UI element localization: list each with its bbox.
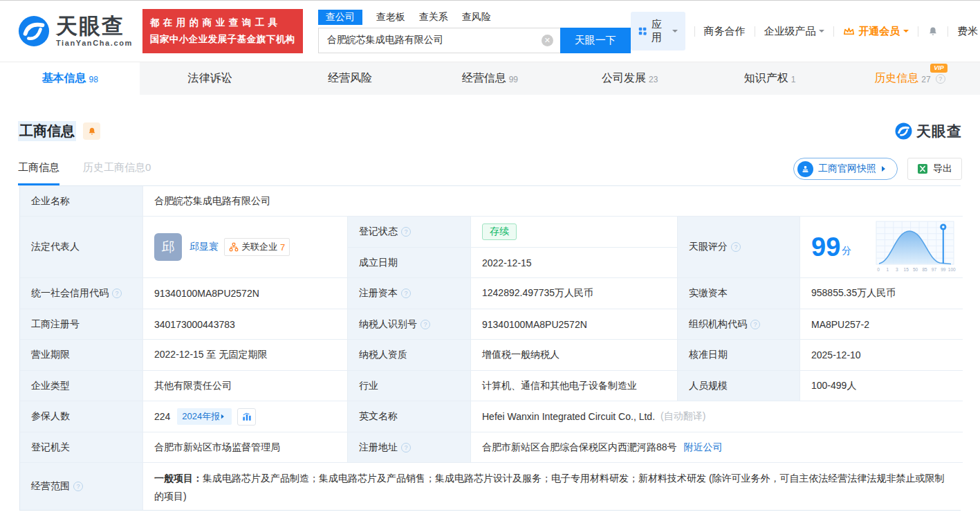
address-label: 注册地址 <box>359 441 398 454</box>
chevron-down-icon <box>903 30 909 35</box>
snapshot-label: 工商官网快照 <box>818 163 876 175</box>
annual-report-link[interactable]: 2024年报 <box>177 408 232 425</box>
help-icon[interactable]: ? <box>112 289 122 298</box>
tab-company-development[interactable]: 公司发展 23 <box>560 62 700 95</box>
notification-bell-icon[interactable] <box>927 25 939 38</box>
brand-slogan: 都在用的商业查询工具 国家中小企业发展子基金旗下机构 <box>142 9 303 53</box>
top-header: 天眼查 TianYanCha.com 都在用的商业查询工具 国家中小企业发展子基… <box>0 1 980 62</box>
tab-label: 历史信息 <box>874 71 918 86</box>
tab-label: 经营风险 <box>328 71 372 86</box>
tab-label: 经营信息 <box>462 71 506 86</box>
slogan-line1: 都在用的商业查询工具 <box>150 15 295 31</box>
section-title: 工商信息 <box>18 121 76 141</box>
registered-capital-value: 1242892.497735万人民币 <box>471 278 678 309</box>
english-name-value: Hefei Wanxin Integrated Circuit Co., Ltd… <box>482 411 655 422</box>
staff-size-value: 100-499人 <box>800 371 963 401</box>
org-code-label: 组织机构代码 <box>689 318 747 331</box>
search-input[interactable] <box>318 28 560 53</box>
excel-icon <box>917 163 928 174</box>
export-button[interactable]: 导出 <box>907 158 962 180</box>
search-tab-risk[interactable]: 查风险 <box>462 10 491 25</box>
row-label: 实缴资本 <box>678 278 800 309</box>
tab-label: 公司发展 <box>602 71 646 86</box>
tab-label: 法律诉讼 <box>188 71 232 86</box>
related-companies-badge[interactable]: 关联企业 7 <box>224 238 290 256</box>
address-value: 合肥市新站区合肥综合保税区内西淝河路88号 <box>482 441 677 454</box>
apps-menu[interactable]: 应用 <box>631 12 685 51</box>
row-label: 工商注册号 <box>20 309 143 340</box>
enterprise-products-menu[interactable]: 企业级产品 <box>764 25 824 38</box>
tianyancha-swirl-icon <box>18 15 50 47</box>
help-icon[interactable]: ? <box>750 320 760 329</box>
tab-label: 知识产权 <box>744 71 788 86</box>
avatar[interactable]: 邱 <box>154 233 182 261</box>
credit-code-value: 91340100MA8PU2572N <box>143 278 348 309</box>
row-label: 核准日期 <box>678 340 800 371</box>
arrow-right-icon <box>221 414 226 419</box>
taxpayer-id-label: 纳税人识别号 <box>359 318 417 331</box>
subscribe-bell-button[interactable] <box>83 122 100 140</box>
official-snapshot-button[interactable]: 工商官网快照 <box>793 158 898 180</box>
search-tab-relation[interactable]: 查关系 <box>419 10 448 25</box>
row-label: 注册资本 ? <box>348 278 471 309</box>
business-cooperation-link[interactable]: 商务合作 <box>704 25 746 38</box>
stamp-icon <box>797 161 813 177</box>
score-cell: 99 分 <box>800 217 963 278</box>
org-network-icon <box>229 242 239 252</box>
row-label: 经营范围 ? <box>20 463 143 510</box>
search-tab-boss[interactable]: 查老板 <box>376 10 405 25</box>
score-unit: 分 <box>842 245 851 260</box>
tab-count: 98 <box>89 75 98 84</box>
watermark-brand-text: 天眼查 <box>916 122 962 141</box>
svg-text:15: 15 <box>904 267 909 272</box>
insured-count: 224 <box>154 411 170 422</box>
company-name-value: 合肥皖芯集成电路有限公司 <box>143 186 963 217</box>
business-scope-label: 经营范围 <box>31 480 70 493</box>
insured-trend-button[interactable] <box>237 408 256 426</box>
approval-date-value: 2025-12-10 <box>800 340 963 371</box>
help-icon[interactable]: ? <box>401 289 411 298</box>
tab-basic-info[interactable]: 基本信息 98 <box>0 62 140 95</box>
score-label: 天眼评分 <box>689 241 728 253</box>
tab-operating-info[interactable]: 经营信息 99 <box>420 62 560 95</box>
row-label: 成立日期 <box>348 248 471 278</box>
open-vip-menu[interactable]: 开通会员 <box>843 25 909 38</box>
help-icon[interactable]: ? <box>936 74 945 84</box>
row-label: 天眼评分 ? <box>678 217 800 278</box>
tab-intellectual-property[interactable]: 知识产权 1 <box>700 62 840 95</box>
nearby-companies-link[interactable]: 附近公司 <box>684 441 723 454</box>
reg-status-cell: 存续 <box>471 217 678 248</box>
org-code-value: MA8PU257-2 <box>800 309 963 340</box>
row-label: 行业 <box>348 371 471 401</box>
apps-label: 应用 <box>651 18 667 44</box>
legal-rep-cell: 邱 邱显寰 关联企业 7 <box>143 217 348 278</box>
subtab-business-info[interactable]: 工商信息 <box>18 161 59 185</box>
brand-domain: TianYanCha.com <box>56 39 133 47</box>
registered-capital-label: 注册资本 <box>359 287 398 300</box>
help-icon[interactable]: ? <box>731 242 741 252</box>
tianyancha-logo[interactable]: 天眼查 TianYanCha.com <box>18 15 133 47</box>
legal-rep-link[interactable]: 邱显寰 <box>189 241 219 253</box>
tab-legal-litigation[interactable]: 法律诉讼 <box>140 62 279 95</box>
clear-search-icon[interactable]: ✕ <box>542 35 553 46</box>
chevron-down-icon <box>672 30 678 35</box>
subtab-row: 工商信息 历史工商信息0 工商官网快照 导出 <box>18 158 962 185</box>
search-tab-company[interactable]: 查公司 <box>318 10 362 25</box>
help-icon[interactable]: ? <box>73 482 83 491</box>
scope-prefix: 一般项目： <box>154 473 203 484</box>
user-menu[interactable]: 费米 <box>957 25 980 38</box>
help-icon[interactable]: ? <box>401 227 411 237</box>
english-name-cell: Hefei Wanxin Integrated Circuit Co., Ltd… <box>471 401 963 432</box>
svg-text:3: 3 <box>896 267 898 272</box>
search-submit-button[interactable]: 天眼一下 <box>560 28 631 53</box>
taxpayer-id-value: 91340100MA8PU2572N <box>471 309 678 340</box>
tab-history-info[interactable]: VIP 历史信息 27 ? <box>840 62 979 95</box>
annual-report-label: 2024年报 <box>182 410 220 423</box>
svg-text:100: 100 <box>948 267 956 272</box>
address-cell: 合肥市新站区合肥综合保税区内西淝河路88号 附近公司 <box>471 432 963 463</box>
help-icon[interactable]: ? <box>401 443 411 453</box>
subtab-history-business-info[interactable]: 历史工商信息0 <box>83 161 151 185</box>
tab-operating-risk[interactable]: 经营风险 <box>280 62 420 95</box>
company-nav-tabs: 基本信息 98 法律诉讼 经营风险 经营信息 99 公司发展 23 知识产权 1… <box>0 62 980 95</box>
help-icon[interactable]: ? <box>420 320 430 329</box>
